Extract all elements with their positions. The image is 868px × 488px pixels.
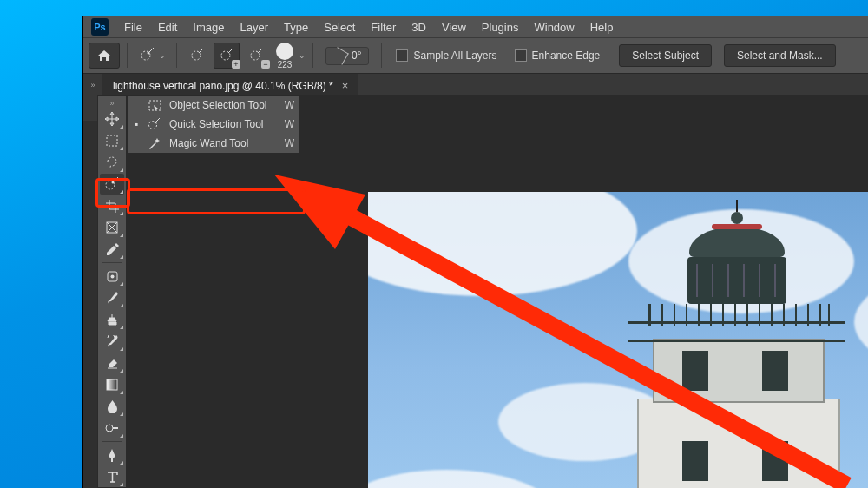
eraser-tool[interactable] [100, 353, 124, 373]
menu-layer[interactable]: Layer [233, 21, 277, 34]
lasso-tool[interactable] [100, 152, 124, 173]
flyout-item-label: Object Selection Tool [169, 99, 274, 111]
document-tab[interactable]: lighthouse vertical pano.jpg @ 40.1% (RG… [102, 74, 358, 96]
document-canvas[interactable] [368, 192, 868, 488]
toolbox-handle-icon[interactable]: » [109, 99, 114, 108]
blur-tool[interactable] [100, 396, 124, 417]
brush-preset-picker[interactable]: 223 [276, 43, 293, 69]
rectangular-marquee-tool[interactable] [100, 130, 124, 151]
document-tab-title: lighthouse vertical pano.jpg @ 40.1% (RG… [113, 80, 333, 92]
enhance-edge-label: Enhance Edge [532, 49, 601, 62]
tab-overflow-icon[interactable]: » [83, 74, 102, 96]
brush-preview-icon [276, 43, 293, 60]
checkbox-icon [396, 49, 408, 62]
flyout-item-shortcut: W [285, 137, 294, 149]
magic-wand-icon [147, 137, 162, 150]
photoshop-window: Ps File Edit Image Layer Type Select Fil… [82, 16, 868, 488]
toolbox-separator [102, 441, 122, 442]
dodge-tool[interactable] [100, 418, 124, 439]
history-brush-tool[interactable] [100, 331, 124, 352]
subtract-from-selection-icon[interactable]: − [243, 43, 269, 69]
close-tab-icon[interactable]: × [342, 79, 349, 92]
menu-bar: Ps File Edit Image Layer Type Select Fil… [83, 16, 868, 37]
pen-tool[interactable] [100, 445, 124, 465]
flyout-item-quick-selection[interactable]: ▪ Quick Selection Tool W [128, 115, 299, 134]
tool-flyout-menu: Object Selection Tool W ▪ Quick Selectio… [127, 95, 300, 154]
move-tool[interactable] [100, 109, 124, 129]
svg-point-15 [155, 122, 157, 124]
menu-edit[interactable]: Edit [150, 21, 185, 34]
toolbox-separator [102, 262, 122, 263]
collapsed-panel-strip[interactable] [83, 95, 98, 121]
select-and-mask-label: Select and Mask... [737, 49, 823, 62]
gradient-tool[interactable] [100, 374, 124, 395]
active-indicator: ▪ [133, 118, 140, 130]
type-tool[interactable] [100, 466, 124, 487]
home-button[interactable] [89, 43, 120, 69]
svg-point-10 [110, 274, 114, 278]
menu-window[interactable]: Window [526, 21, 582, 34]
checkbox-icon [515, 49, 527, 62]
quick-selection-icon [147, 118, 162, 130]
image-content [368, 192, 637, 296]
image-content [637, 210, 837, 488]
flyout-item-label: Quick Selection Tool [169, 118, 274, 130]
flyout-item-shortcut: W [285, 118, 294, 130]
brush-tool[interactable] [100, 287, 124, 308]
quick-selection-tool[interactable] [100, 174, 124, 195]
select-and-mask-button[interactable]: Select and Mask... [724, 44, 836, 67]
menu-file[interactable]: File [116, 21, 150, 34]
menu-plugins[interactable]: Plugins [474, 21, 527, 34]
sample-all-layers-checkbox[interactable]: Sample All Layers [396, 49, 496, 62]
select-subject-label: Select Subject [632, 49, 699, 62]
select-subject-button[interactable]: Select Subject [619, 44, 712, 67]
minus-badge-icon: − [261, 60, 270, 69]
app-icon: Ps [91, 18, 108, 36]
chevron-down-icon[interactable]: ⌄ [299, 51, 306, 60]
object-selection-icon [147, 100, 162, 111]
frame-tool[interactable] [100, 217, 124, 238]
flyout-item-label: Magic Wand Tool [169, 137, 274, 149]
svg-point-1 [147, 52, 149, 55]
new-selection-icon[interactable] [184, 43, 210, 69]
menu-type[interactable]: Type [276, 21, 316, 34]
options-bar: ⌄ + − 223 ⌄ 0° [83, 37, 868, 74]
menu-select[interactable]: Select [316, 21, 363, 34]
separator [381, 43, 382, 68]
menu-image[interactable]: Image [185, 21, 232, 34]
angle-icon [331, 47, 348, 64]
document-tab-bar: » lighthouse vertical pano.jpg @ 40.1% (… [83, 74, 868, 97]
spot-healing-brush-tool[interactable] [100, 266, 124, 287]
clone-stamp-tool[interactable] [100, 309, 124, 330]
plus-badge-icon: + [232, 60, 240, 69]
separator [127, 43, 128, 68]
crop-tool[interactable] [100, 195, 124, 216]
current-tool-preset[interactable]: ⌄ [135, 43, 169, 69]
brush-angle-value: 0° [352, 49, 361, 62]
sample-all-layers-label: Sample All Layers [413, 49, 496, 62]
separator [312, 43, 313, 68]
svg-rect-11 [107, 379, 117, 390]
menu-help[interactable]: Help [582, 21, 621, 34]
svg-rect-5 [107, 135, 117, 146]
flyout-item-magic-wand[interactable]: Magic Wand Tool W [128, 134, 299, 153]
svg-point-12 [106, 425, 113, 432]
toolbox: » [97, 95, 127, 488]
eyedropper-tool[interactable] [100, 239, 124, 260]
enhance-edge-checkbox[interactable]: Enhance Edge [515, 49, 601, 62]
menu-filter[interactable]: Filter [363, 21, 404, 34]
image-content [368, 470, 559, 488]
brush-angle-field[interactable]: 0° [326, 47, 369, 65]
menu-view[interactable]: View [434, 21, 474, 34]
flyout-item-shortcut: W [285, 99, 294, 111]
brush-size-value: 223 [278, 60, 293, 69]
desktop-background: Ps File Edit Image Layer Type Select Fil… [0, 0, 868, 488]
image-content [854, 261, 868, 383]
separator [176, 43, 177, 68]
svg-point-7 [112, 181, 115, 184]
flyout-item-object-selection[interactable]: Object Selection Tool W [128, 96, 299, 115]
add-to-selection-icon[interactable]: + [214, 43, 240, 69]
menu-3d[interactable]: 3D [404, 21, 434, 34]
